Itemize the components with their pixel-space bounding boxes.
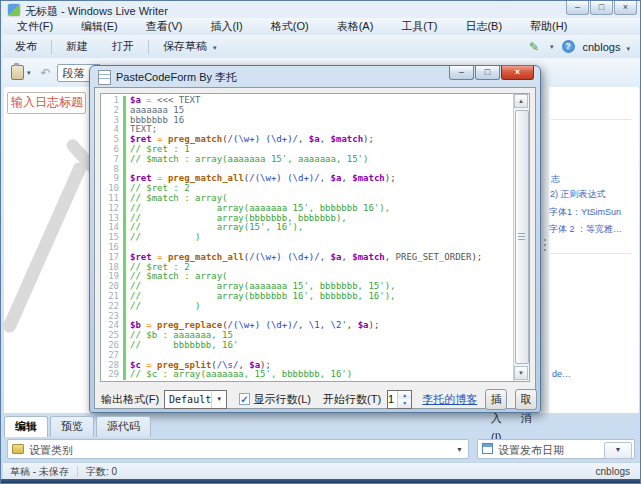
minimize-icon: – xyxy=(459,67,464,77)
show-line-numbers-label: 显示行数(L) xyxy=(254,392,311,407)
window-bottom-border xyxy=(1,479,641,484)
sidebar-link[interactable]: 2) 正则表达式 xyxy=(550,188,606,201)
menu-item[interactable]: 插入(I) xyxy=(196,19,256,34)
pen-icon[interactable]: ✎ xyxy=(529,40,539,54)
splitter-grip-icon xyxy=(544,244,546,246)
save-draft-button[interactable]: 保存草稿 ▾ xyxy=(151,39,229,54)
tab-预览[interactable]: 预览 xyxy=(50,416,94,437)
menu-item[interactable]: 帮助(H) xyxy=(516,19,581,34)
sidebar-splitter[interactable] xyxy=(541,87,549,413)
chevron-down-icon: ▾ xyxy=(213,44,217,51)
scroll-up-button[interactable]: ▲ xyxy=(514,94,528,108)
code-line: 15// ) xyxy=(101,233,509,243)
code-line: 3bbbbbbb 16 xyxy=(101,116,509,126)
scrollbar-grip-icon xyxy=(518,233,525,234)
menu-item[interactable]: 文件(F) xyxy=(3,19,67,34)
menu-item[interactable]: 日志(B) xyxy=(451,19,516,34)
blog-link[interactable]: 李托的博客 xyxy=(422,392,477,407)
menu-item[interactable]: 表格(A) xyxy=(323,19,388,34)
menu-item[interactable]: 格式(O) xyxy=(257,19,323,34)
menu-item[interactable]: 编辑(E) xyxy=(67,19,132,34)
spin-down-icon[interactable]: ▼ xyxy=(398,399,411,408)
footer-combos: 设置类别 ▼ 设置发布日期 ▼ xyxy=(4,439,639,460)
show-line-numbers-checkbox[interactable]: ✓ xyxy=(239,393,249,405)
sidebar-link[interactable]: de… xyxy=(552,369,571,379)
word-count: 字数: 0 xyxy=(86,465,117,479)
dialog-minimize-button[interactable]: – xyxy=(449,66,474,80)
check-icon: ✓ xyxy=(240,394,248,405)
app-icon xyxy=(8,4,20,16)
spin-up-icon[interactable]: ▲ xyxy=(398,391,411,400)
main-window: 无标题 - Windows Live Writer – □ × 文件(F)编辑(… xyxy=(0,0,641,484)
chevron-down-icon: ▼ xyxy=(211,391,226,408)
minimize-button[interactable]: – xyxy=(566,1,589,15)
scroll-up-icon: ▲ xyxy=(518,98,524,104)
window-title: 无标题 - Windows Live Writer xyxy=(25,4,168,19)
account-button[interactable]: cnblogs ▾ xyxy=(583,41,631,53)
dialog-restore-button[interactable]: □ xyxy=(475,66,500,80)
code-line: 29// $c : array(aaaaaaa, 15', bbbbbbb, 1… xyxy=(101,370,509,380)
close-button[interactable]: × xyxy=(614,1,637,15)
toolbar-separator xyxy=(148,40,149,54)
tab-编辑[interactable]: 编辑 xyxy=(4,416,48,437)
splitter-grip-icon xyxy=(544,239,546,241)
folder-icon xyxy=(12,444,24,454)
title-bar[interactable]: 无标题 - Windows Live Writer – □ × xyxy=(1,1,641,18)
cancel-button[interactable]: 取消 xyxy=(515,389,537,410)
code-line: 26// bbbbbbb, 16' xyxy=(101,341,509,351)
status-account: cnblogs xyxy=(596,466,640,477)
status-bar: 草稿 - 未保存 字数: 0 cnblogs xyxy=(3,462,640,480)
undo-icon[interactable]: ↶ xyxy=(41,66,51,80)
scrollbar-thumb[interactable] xyxy=(515,110,529,364)
post-title-input[interactable]: 输入日志标题 xyxy=(7,92,86,114)
paste-icon[interactable] xyxy=(11,65,24,80)
dialog-close-button[interactable]: × xyxy=(501,66,534,80)
splitter-grip-icon xyxy=(544,249,546,251)
restore-button[interactable]: □ xyxy=(590,1,613,15)
right-sidebar: 志 2) 正则表达式 字体1：YtSimSun 字体 2 ：等宽雅… de… xyxy=(549,87,635,413)
tab-源代码[interactable]: 源代码 xyxy=(96,416,151,437)
main-toolbar: 发布 新建 打开 保存草稿 ▾ ✎ ▾ ? cnblogs ▾ xyxy=(3,35,640,59)
watermark-stroke xyxy=(1,160,88,334)
restore-icon: □ xyxy=(599,2,604,12)
tabs: 编辑预览源代码 xyxy=(4,416,639,436)
date-picker-button[interactable]: ▼ xyxy=(604,442,632,459)
restore-icon: □ xyxy=(485,67,490,77)
chevron-down-icon: ▾ xyxy=(626,45,630,52)
chevron-down-icon[interactable]: ▾ xyxy=(550,43,554,51)
output-format-label: 输出格式(F) xyxy=(101,392,159,407)
sidebar-link[interactable]: 字体1：YtSimSun xyxy=(549,206,621,219)
paste-code-dialog: PasteCodeForm By 李托 – □ × 1$a = <<< TEXT… xyxy=(89,65,541,413)
dialog-title: PasteCodeForm By 李托 xyxy=(116,70,237,85)
output-format-value: Default xyxy=(165,394,211,405)
code-line: 22// ) xyxy=(101,302,509,312)
start-line-stepper[interactable]: 1 ▲ ▼ xyxy=(387,390,412,409)
scroll-down-button[interactable]: ▼ xyxy=(514,366,528,380)
insert-button[interactable]: 插入(I) xyxy=(485,389,507,410)
chevron-down-icon[interactable]: ▾ xyxy=(27,69,31,77)
dialog-controls: 输出格式(F) Default ▼ ✓ 显示行数(L) 开始行数(T) 1 ▲ … xyxy=(95,388,537,410)
calendar-icon xyxy=(482,443,493,454)
account-label: cnblogs xyxy=(583,41,621,53)
new-post-button[interactable]: 新建 xyxy=(54,39,100,54)
save-draft-label: 保存草稿 xyxy=(163,40,207,52)
close-icon: × xyxy=(515,67,520,77)
chevron-down-icon: ▼ xyxy=(615,446,622,453)
menu-item[interactable]: 工具(T) xyxy=(387,19,451,34)
code-panel[interactable]: 1$a = <<< TEXT2aaaaaaa 153bbbbbbb 164TEX… xyxy=(100,93,530,382)
draft-status: 草稿 - 未保存 xyxy=(3,465,69,479)
set-publish-date-select[interactable]: 设置发布日期 ▼ xyxy=(477,439,635,459)
publish-button[interactable]: 发布 xyxy=(3,39,49,54)
menu-item[interactable]: 查看(V) xyxy=(132,19,197,34)
open-button[interactable]: 打开 xyxy=(100,39,146,54)
sidebar-link[interactable]: 字体 2 ：等宽雅… xyxy=(549,223,622,236)
toolbar-separator xyxy=(51,40,52,54)
dialog-title-bar[interactable]: PasteCodeForm By 李托 xyxy=(98,70,237,85)
output-format-select[interactable]: Default ▼ xyxy=(164,390,227,409)
help-icon[interactable]: ? xyxy=(562,40,575,53)
minimize-icon: – xyxy=(575,2,580,12)
code-scrollbar[interactable]: ▲ ▼ xyxy=(513,94,529,381)
code-lines: 1$a = <<< TEXT2aaaaaaa 153bbbbbbb 164TEX… xyxy=(101,96,509,380)
set-category-select[interactable]: 设置类别 ▼ xyxy=(7,439,469,459)
scroll-down-icon: ▼ xyxy=(518,370,524,376)
